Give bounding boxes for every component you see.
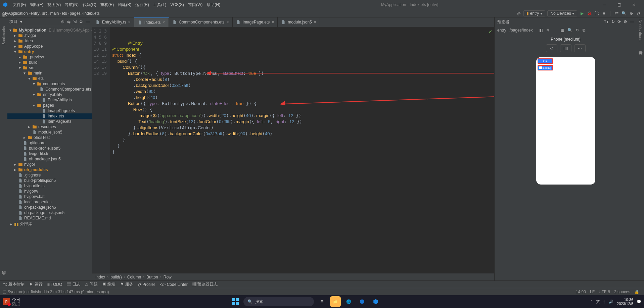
- tree-node[interactable]: READEME.md: [7, 215, 92, 221]
- close-button[interactable]: ✕: [627, 0, 641, 9]
- volume-icon[interactable]: 🔊: [609, 300, 613, 304]
- open-icon[interactable]: ⧉: [583, 28, 586, 33]
- taskbar-search[interactable]: 🔍 搜索: [243, 297, 314, 306]
- tree-node[interactable]: ▸AppScope: [7, 44, 92, 49]
- target-icon[interactable]: ◎: [516, 11, 521, 16]
- expand-icon[interactable]: ⇆: [67, 19, 71, 24]
- tree-node[interactable]: ImagePage.ets: [7, 108, 92, 113]
- menu-item[interactable]: 导航(N): [63, 2, 81, 7]
- tree-node[interactable]: CommonComponents.ets: [7, 87, 92, 92]
- tree-node[interactable]: oh-package-lock.json5: [7, 210, 92, 215]
- bottom-tool-item[interactable]: ≡ TODO: [47, 282, 62, 287]
- bottom-tool-item[interactable]: </> Code Linter: [160, 282, 188, 287]
- menu-item[interactable]: 编辑(E): [28, 2, 45, 7]
- tree-node[interactable]: module.json5: [7, 130, 92, 135]
- reload-icon[interactable]: ⟳: [576, 28, 579, 33]
- tree-node[interactable]: ▾entryability: [7, 92, 92, 97]
- tree-ext-libs[interactable]: ▸▮▮外部库: [7, 221, 92, 227]
- menu-item[interactable]: 构建(B): [116, 2, 133, 7]
- device-selector[interactable]: No Devices ▾: [547, 10, 577, 16]
- settings-icon[interactable]: ⚙: [624, 19, 627, 24]
- menu-item[interactable]: 窗口(W): [186, 2, 204, 7]
- tree-node[interactable]: hvigorfile.ts: [7, 183, 92, 189]
- breadcrumb-item[interactable]: Index.ets: [83, 11, 100, 16]
- wifi-icon[interactable]: ⟊: [603, 300, 605, 304]
- profiler-icon[interactable]: ◔: [636, 11, 641, 16]
- date[interactable]: 2023/12/5: [617, 302, 633, 306]
- close-tab-icon[interactable]: ×: [128, 20, 131, 24]
- menu-item[interactable]: 文件(F): [11, 2, 28, 7]
- menu-item[interactable]: 重构(R): [98, 2, 116, 7]
- editor-tab[interactable]: EntryAbility.ts×: [92, 17, 134, 27]
- rotate-icon[interactable]: ⟳: [617, 19, 621, 24]
- tree-node[interactable]: ▸.idea: [7, 38, 92, 44]
- tree-node[interactable]: .gitignore: [7, 140, 92, 146]
- close-tab-icon[interactable]: ×: [227, 20, 229, 24]
- project-tree[interactable]: ▾MyApplication E:\HarmonyOS\MyApplicatio…: [7, 26, 92, 280]
- tree-node[interactable]: build-profile.json5: [7, 146, 92, 151]
- settings-icon[interactable]: ⚙: [79, 19, 83, 24]
- tree-node[interactable]: ItemPage.ets: [7, 119, 92, 124]
- coverage-icon[interactable]: ⛶: [594, 11, 599, 16]
- notification-center-icon[interactable]: 💬: [637, 300, 641, 304]
- breadcrumb-item[interactable]: main: [50, 11, 59, 16]
- code-breadcrumb[interactable]: Index › build() › Column › Button › Row: [92, 273, 494, 280]
- search-icon[interactable]: 🔍: [621, 11, 627, 16]
- bottom-tool-item[interactable]: ◔ Profiler: [138, 282, 155, 287]
- locate-icon[interactable]: ⊕: [61, 19, 64, 24]
- tree-node[interactable]: ▸.preview: [7, 54, 92, 60]
- refresh-icon[interactable]: ↻: [611, 19, 615, 24]
- tree-node[interactable]: Index.ets: [7, 113, 92, 119]
- notifications-tab[interactable]: Notifications: [638, 19, 643, 41]
- start-button[interactable]: [230, 296, 241, 307]
- close-tab-icon[interactable]: ×: [163, 20, 165, 25]
- editor-tab[interactable]: Index.ets×: [134, 17, 169, 27]
- tree-node[interactable]: ▸ohosTest: [7, 135, 92, 140]
- tree-node[interactable]: ▾src: [7, 65, 92, 70]
- tree-node[interactable]: ▾pages: [7, 103, 92, 108]
- tree-node[interactable]: oh-package.json5: [7, 156, 92, 162]
- preview-loading-button[interactable]: loading: [538, 65, 553, 70]
- git-icon[interactable]: ⮂: [614, 11, 619, 16]
- grid-icon[interactable]: ▦: [560, 28, 564, 33]
- task-view-icon[interactable]: ⊞: [317, 296, 327, 307]
- breadcrumb-item[interactable]: pages: [70, 11, 81, 16]
- powerpoint-icon[interactable]: P: [3, 298, 10, 305]
- breadcrumb-item[interactable]: ets: [61, 11, 67, 16]
- code-crumb-item[interactable]: Button: [146, 275, 158, 279]
- run-config-selector[interactable]: ▮entry▾: [523, 10, 546, 16]
- editor-tab[interactable]: ImagePage.ets×: [233, 17, 278, 27]
- tree-node[interactable]: ▸build: [7, 60, 92, 65]
- settings-icon[interactable]: ⚙: [629, 11, 634, 16]
- run-icon[interactable]: ▶: [579, 11, 585, 16]
- readonly-icon[interactable]: 🔒: [632, 290, 641, 294]
- menu-item[interactable]: VCS(S): [168, 2, 186, 7]
- code-editor[interactable]: ✔ @Entry @Component struct Index { build…: [110, 27, 494, 273]
- menu-item[interactable]: 运行(R): [133, 2, 151, 7]
- bottom-tool-item[interactable]: ⚠ 问题: [85, 281, 98, 287]
- tree-node[interactable]: ▾components: [7, 81, 92, 87]
- tree-node[interactable]: ▾ets: [7, 76, 92, 81]
- deveco-icon[interactable]: [370, 296, 381, 307]
- maximize-button[interactable]: ▢: [612, 0, 627, 9]
- tree-node[interactable]: ▾entry: [7, 49, 92, 54]
- hide-panel-icon[interactable]: —: [86, 19, 90, 24]
- bottom-tool-item[interactable]: ⚑ 服务: [120, 281, 133, 287]
- code-crumb-item[interactable]: Index: [95, 275, 105, 279]
- tree-node[interactable]: ▸.hvigor: [7, 33, 92, 38]
- collapse-icon[interactable]: ⇲: [73, 19, 77, 24]
- tree-root[interactable]: ▾MyApplication E:\HarmonyOS\MyApplicatio…: [7, 28, 92, 33]
- breadcrumb-item[interactable]: entry: [31, 11, 40, 16]
- text-scale-icon[interactable]: Tᴛ: [604, 19, 609, 24]
- bottom-tool-item[interactable]: ▦ 预览器日志: [192, 281, 218, 287]
- editor-tab[interactable]: module.json5×: [278, 17, 320, 27]
- bottom-tool-item[interactable]: ▣ 终端: [102, 281, 116, 287]
- tree-node[interactable]: ▸resources: [7, 124, 92, 130]
- tree-node[interactable]: .gitignore: [7, 172, 92, 178]
- tree-node[interactable]: oh-package.json5: [7, 205, 92, 210]
- tree-node[interactable]: ▾main: [7, 70, 92, 76]
- close-tab-icon[interactable]: ×: [314, 20, 316, 24]
- app-icon-1[interactable]: 🔵: [357, 296, 368, 307]
- code-crumb-item[interactable]: build(): [110, 275, 122, 279]
- bottom-tool-item[interactable]: ▤ 日志: [67, 281, 80, 287]
